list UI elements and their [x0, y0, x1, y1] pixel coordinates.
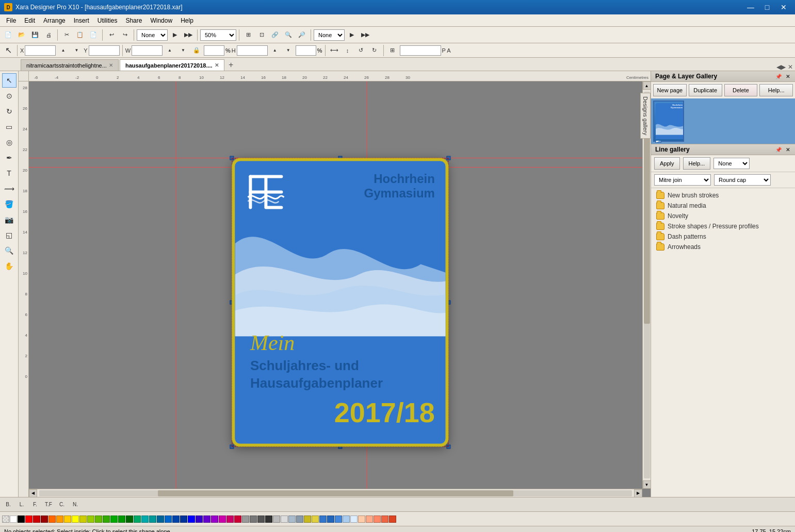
ellipse-tool[interactable]: ◎: [2, 135, 17, 149]
maximize-button[interactable]: □: [760, 2, 774, 13]
bottom-tool-l[interactable]: L.: [15, 498, 28, 511]
color-swatch-47[interactable]: [374, 516, 381, 523]
page-thumb-1[interactable]: HochrheinGymnasium: [653, 101, 684, 142]
quality-btn[interactable]: ▶: [346, 29, 358, 41]
w-percent-input[interactable]: [204, 45, 224, 56]
paste-button[interactable]: 📄: [87, 29, 100, 41]
color-swatch-0[interactable]: [10, 516, 17, 523]
bottom-tool-b[interactable]: B.: [2, 498, 14, 511]
menu-item-insert[interactable]: Insert: [70, 16, 93, 25]
color-swatch-30[interactable]: [242, 516, 249, 523]
layer-btn[interactable]: ▶: [169, 29, 181, 41]
color-swatch-10[interactable]: [87, 516, 94, 523]
color-swatch-39[interactable]: [312, 516, 319, 523]
select-tool[interactable]: ↖: [2, 73, 17, 88]
quality-btn2[interactable]: ▶▶: [359, 29, 371, 41]
lg-item-5[interactable]: Arrowheads: [653, 242, 793, 252]
color-swatch-25[interactable]: [203, 516, 210, 523]
layer-dropdown[interactable]: None: [137, 29, 168, 41]
color-swatch-26[interactable]: [211, 516, 218, 523]
print-button[interactable]: 🖨: [42, 29, 55, 41]
join-select[interactable]: Mitre join Round join Bevel join: [654, 174, 711, 186]
align-btn[interactable]: ⊞: [386, 44, 399, 57]
text-tool[interactable]: T: [2, 166, 17, 180]
menu-item-utilities[interactable]: Utilities: [93, 16, 122, 25]
color-swatch-1[interactable]: [18, 516, 25, 523]
handle-tr[interactable]: [446, 156, 450, 160]
cut-button[interactable]: ✂: [60, 29, 73, 41]
tab-close-panel[interactable]: ✕: [788, 63, 793, 71]
color-swatch-14[interactable]: [118, 516, 125, 523]
view-btn4[interactable]: 🔍: [282, 29, 295, 41]
color-swatch-44[interactable]: [350, 516, 358, 523]
lg-item-2[interactable]: Novelty: [653, 211, 793, 221]
copy-button[interactable]: 📋: [74, 29, 86, 41]
h-percent-input[interactable]: [296, 45, 316, 56]
menu-item-share[interactable]: Share: [121, 16, 146, 25]
color-swatch-43[interactable]: [343, 516, 350, 523]
color-swatch-11[interactable]: [95, 516, 102, 523]
scroll-down[interactable]: ▼: [643, 480, 651, 489]
contour-tool[interactable]: ↻: [2, 104, 17, 119]
scroll-right[interactable]: ▶: [634, 489, 642, 497]
color-swatch-4[interactable]: [41, 516, 48, 523]
canvas-area[interactable]: -6 -4 -2 0 2 4 6 8 10 12 14 16 18 20 22 …: [19, 71, 651, 497]
tab-1-close[interactable]: ✕: [109, 62, 113, 68]
h-spin-up[interactable]: ▲: [269, 48, 281, 53]
flip-h[interactable]: ↕: [342, 44, 354, 57]
horizontal-scrollbar[interactable]: ◀ ▶: [29, 489, 642, 497]
scroll-left[interactable]: ◀: [29, 489, 37, 497]
handle-tl[interactable]: [230, 156, 234, 160]
color-swatch-7[interactable]: [64, 516, 71, 523]
line-help-button[interactable]: Help...: [683, 157, 711, 170]
delete-button[interactable]: Delete: [724, 84, 758, 96]
menu-item-arrange[interactable]: Arrange: [39, 16, 70, 25]
color-swatch-22[interactable]: [180, 516, 187, 523]
x-spin-down[interactable]: ▼: [70, 48, 83, 53]
color-swatch-2[interactable]: [25, 516, 33, 523]
tab-1[interactable]: nitramicaartsstraintothelightne... ✕: [21, 59, 119, 71]
color-swatch-24[interactable]: [196, 516, 203, 523]
view-btn3[interactable]: 🔗: [269, 29, 281, 41]
color-swatch-28[interactable]: [226, 516, 234, 523]
color-swatch-27[interactable]: [219, 516, 226, 523]
color-swatch-18[interactable]: [149, 516, 156, 523]
view-btn2[interactable]: ⊡: [255, 29, 268, 41]
bottom-tool-tf[interactable]: T.F: [42, 498, 55, 511]
save-button[interactable]: 💾: [29, 29, 41, 41]
menu-item-edit[interactable]: Edit: [20, 16, 39, 25]
push-tool[interactable]: ✋: [2, 259, 17, 273]
color-swatch-49[interactable]: [389, 516, 396, 523]
handle-br[interactable]: [446, 445, 450, 449]
shadow-tool[interactable]: ◱: [2, 228, 17, 242]
color-swatch-34[interactable]: [273, 516, 280, 523]
canvas-content[interactable]: Hochrhein Gymnasium Mein Schuljahres- un…: [29, 81, 642, 489]
v-scroll-thumb[interactable]: [644, 130, 650, 324]
x-spin-up[interactable]: ▲: [57, 48, 69, 53]
color-swatch-29[interactable]: [234, 516, 241, 523]
redo-button[interactable]: ↪: [119, 29, 131, 41]
undo-button[interactable]: ↩: [105, 29, 118, 41]
lg-item-4[interactable]: Dash patterns: [653, 231, 793, 242]
view-btn5[interactable]: 🔎: [296, 29, 308, 41]
apply-button[interactable]: Apply: [654, 157, 680, 170]
color-swatch-17[interactable]: [141, 516, 149, 523]
lg-item-1[interactable]: Natural media: [653, 201, 793, 211]
transparent-swatch[interactable]: [2, 516, 9, 523]
panel-close[interactable]: ✕: [785, 74, 791, 79]
tab-nav-prev[interactable]: ◀: [776, 63, 781, 71]
pen-tool[interactable]: ✒: [2, 151, 17, 165]
color-swatch-31[interactable]: [250, 516, 257, 523]
tab-nav-next[interactable]: ▶: [781, 63, 786, 71]
h-spin-down[interactable]: ▼: [282, 48, 295, 53]
color-swatch-8[interactable]: [72, 516, 79, 523]
color-swatch-40[interactable]: [319, 516, 327, 523]
help-button[interactable]: Help...: [759, 84, 793, 96]
duplicate-button[interactable]: Duplicate: [689, 84, 722, 96]
zoom-tool[interactable]: 🔍: [2, 243, 17, 258]
close-button[interactable]: ✕: [776, 2, 791, 13]
lg-item-0[interactable]: New brush strokes: [653, 190, 793, 201]
fill-tool[interactable]: 🪣: [2, 197, 17, 211]
w-spin-up[interactable]: ▲: [164, 48, 176, 53]
color-swatch-21[interactable]: [172, 516, 180, 523]
